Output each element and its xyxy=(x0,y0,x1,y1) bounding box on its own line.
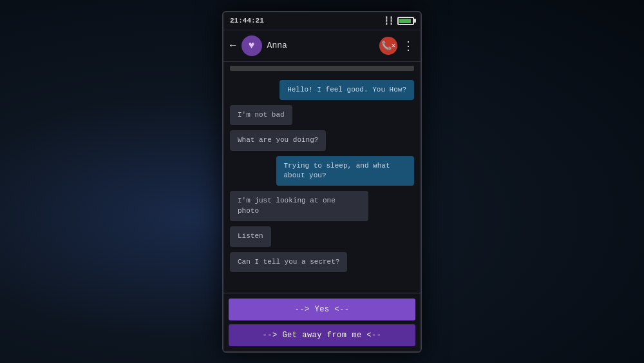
back-button[interactable]: ← xyxy=(230,40,236,52)
more-options-icon[interactable]: ⋮ xyxy=(402,39,414,53)
battery-fill xyxy=(399,19,411,23)
message-3: What are you doing? xyxy=(230,130,326,150)
choices-area: --> Yes <-- --> Get away from me <-- xyxy=(223,293,421,351)
chat-header: ← ♥ Anna ✕ ⋮ xyxy=(223,30,421,62)
typing-indicator xyxy=(230,66,414,71)
avatar-icon: ♥ xyxy=(249,40,255,52)
choice-get-away-button[interactable]: --> Get away from me <-- xyxy=(229,324,415,346)
message-7: Can I tell you a secret? xyxy=(230,252,347,272)
message-5: I'm just looking at one photo xyxy=(230,191,368,221)
avatar: ♥ xyxy=(242,35,262,56)
choice-yes-button[interactable]: --> Yes <-- xyxy=(229,299,415,320)
messages-area: Hello! I feel good. You How? I'm not bad… xyxy=(223,75,421,293)
message-6: Listen xyxy=(230,226,271,246)
status-time: 21:44:21 xyxy=(230,17,264,25)
mute-call-icon[interactable]: ✕ xyxy=(379,37,397,55)
message-1: Hello! I feel good. You How? xyxy=(279,80,414,100)
status-bar: 21:44:21 ┇┇ xyxy=(223,12,421,30)
contact-name: Anna xyxy=(267,41,374,50)
message-4: Trying to sleep, and what about you? xyxy=(276,156,415,186)
wifi-icon: ┇┇ xyxy=(384,16,393,26)
phone-frame: 21:44:21 ┇┇ ← ♥ Anna ✕ ⋮ Hello! I feel g… xyxy=(222,11,422,353)
status-icons: ┇┇ xyxy=(384,16,414,26)
message-2: I'm not bad xyxy=(230,105,292,125)
battery-icon xyxy=(397,17,414,25)
